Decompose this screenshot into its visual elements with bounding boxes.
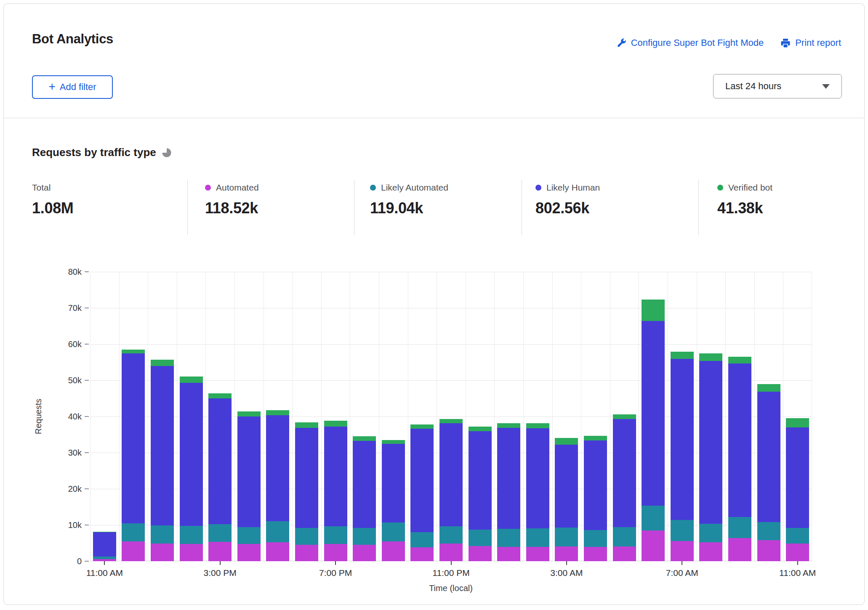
bar-segment-verified-bot (469, 427, 492, 431)
section-title-row: Requests by traffic type (32, 146, 171, 159)
stat-divider (187, 180, 188, 235)
x-tick-label: 11:00 PM (432, 568, 469, 578)
y-tick-mark (85, 452, 89, 453)
bar-segment-likely-human (151, 366, 174, 525)
bar-5:00 AM[interactable] (610, 272, 639, 561)
stat-automated-label: Automated (216, 183, 259, 193)
bar-segment-verified-bot (671, 352, 694, 359)
wrench-icon (616, 38, 626, 48)
bot-analytics-card: Bot Analytics Configure Super Bot Fight … (3, 3, 865, 605)
stacked-bar (671, 272, 694, 561)
add-filter-button[interactable]: + Add filter (32, 75, 113, 99)
bar-4:00 AM[interactable] (581, 272, 610, 561)
print-report-link[interactable]: Print report (780, 37, 841, 48)
bar-segment-automated (526, 547, 549, 561)
bar-segment-likely-automated (786, 528, 809, 544)
add-filter-label: Add filter (60, 82, 96, 93)
stacked-bar (584, 272, 607, 561)
stacked-bar (324, 272, 347, 561)
y-tick-label: 30k (40, 448, 82, 458)
bar-7:00 AM[interactable] (668, 272, 697, 561)
bar-9:00 AM[interactable] (725, 272, 754, 561)
stacked-bar (613, 272, 636, 561)
bar-segment-likely-human (497, 428, 520, 529)
bar-11:00 AM[interactable] (783, 272, 812, 561)
bar-4:00 PM[interactable] (234, 272, 264, 561)
bar-2:00 PM[interactable] (177, 272, 206, 561)
bar-segment-verified-bot (584, 436, 607, 440)
bar-1:00 AM[interactable] (494, 272, 523, 561)
header-actions: Configure Super Bot Fight Mode Print rep… (616, 37, 841, 48)
bar-segment-likely-human (93, 532, 116, 557)
bar-10:00 AM[interactable] (754, 272, 783, 561)
x-tick-label: 3:00 PM (204, 568, 237, 578)
x-tick-mark (451, 561, 452, 565)
bar-segment-verified-bot (786, 418, 809, 427)
y-tick-mark (85, 271, 89, 272)
likely-automated-dot-icon (370, 185, 376, 191)
bar-segment-likely-human (584, 440, 607, 530)
bar-6:00 AM[interactable] (639, 272, 668, 561)
bar-11:00 PM[interactable] (437, 272, 466, 561)
bar-segment-verified-bot (642, 300, 665, 321)
bar-2:00 AM[interactable] (523, 272, 552, 561)
bar-3:00 AM[interactable] (552, 272, 581, 561)
time-range-select[interactable]: Last 24 hours (713, 74, 842, 98)
bar-segment-automated (410, 547, 434, 561)
y-tick-label: 60k (40, 339, 82, 349)
bar-segment-likely-automated (584, 530, 607, 547)
bar-12:00 PM[interactable] (119, 272, 148, 561)
bar-1:00 PM[interactable] (148, 272, 177, 561)
x-axis-label: Time (local) (429, 583, 473, 593)
bar-segment-likely-automated (382, 522, 405, 541)
bar-segment-likely-human (439, 423, 463, 526)
chevron-down-icon (822, 84, 830, 89)
stat-verified-bot[interactable]: Verified bot 41.38k (717, 183, 772, 217)
stacked-bar (728, 272, 751, 561)
plus-icon: + (48, 80, 55, 93)
bar-10:00 PM[interactable] (408, 272, 437, 561)
stacked-bar (93, 272, 116, 561)
bar-8:00 AM[interactable] (697, 272, 726, 561)
time-range-value: Last 24 hours (725, 81, 781, 92)
bar-segment-verified-bot (180, 377, 203, 383)
bar-5:00 PM[interactable] (264, 272, 293, 561)
bar-6:00 PM[interactable] (292, 272, 321, 561)
bar-segment-likely-automated (410, 532, 434, 547)
bar-segment-likely-automated (526, 528, 549, 547)
bar-segment-likely-automated (728, 517, 751, 538)
configure-super-bot-fight-mode-link[interactable]: Configure Super Bot Fight Mode (616, 37, 764, 48)
y-tick-label: 70k (40, 303, 82, 313)
bar-segment-automated (93, 559, 116, 561)
stat-automated[interactable]: Automated 118.52k (205, 183, 259, 217)
bar-segment-likely-automated (237, 527, 261, 544)
bar-segment-automated (151, 544, 174, 561)
bar-segment-likely-human (122, 353, 145, 523)
bar-segment-likely-automated (151, 525, 174, 544)
bar-segment-likely-human (410, 429, 434, 532)
bar-segment-verified-bot (757, 384, 780, 391)
stat-likely-human[interactable]: Likely Human 802.56k (535, 183, 600, 217)
bar-segment-automated (180, 544, 203, 561)
bar-segment-likely-human (671, 359, 694, 520)
bar-segment-likely-human (526, 428, 549, 528)
bar-7:00 PM[interactable] (321, 272, 350, 561)
stacked-bar (208, 272, 232, 561)
bar-3:00 PM[interactable] (205, 272, 234, 561)
stacked-bar (410, 272, 434, 561)
bar-segment-verified-bot (526, 423, 549, 428)
bar-11:00 AM[interactable] (90, 272, 119, 561)
bar-segment-likely-human (757, 392, 780, 522)
bar-segment-automated (757, 540, 780, 561)
bar-segment-likely-human (699, 361, 722, 523)
x-tick-mark (220, 561, 221, 565)
bar-segment-likely-automated (699, 524, 722, 543)
bar-segment-likely-human (324, 427, 347, 526)
x-tick-mark (682, 561, 682, 565)
bar-8:00 PM[interactable] (350, 272, 379, 561)
bar-9:00 PM[interactable] (379, 272, 408, 561)
stat-likely-automated[interactable]: Likely Automated 119.04k (370, 183, 448, 217)
bar-12:00 AM[interactable] (466, 272, 495, 561)
stacked-bar (151, 272, 174, 561)
stacked-bar (122, 272, 145, 561)
